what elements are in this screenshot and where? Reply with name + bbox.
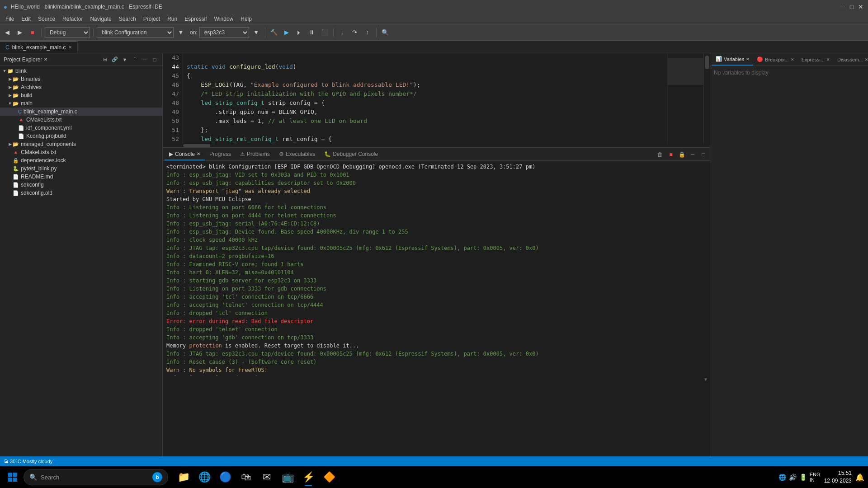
- tree-kconfig[interactable]: 📄 Kconfig.projbuild: [0, 132, 162, 140]
- panel-minimize-btn[interactable]: ─: [688, 150, 697, 159]
- tree-pytest[interactable]: 🐍 pytest_blink.py: [0, 164, 162, 173]
- menu-window[interactable]: Window: [211, 15, 237, 23]
- console-output[interactable]: <terminated> blink Configuration [ESP-ID…: [163, 161, 710, 376]
- menu-file[interactable]: File: [2, 15, 18, 23]
- panel-tab-problems[interactable]: ⚠ Problems: [236, 149, 274, 160]
- tree-sdkconfig[interactable]: 📄 sdkconfig: [0, 181, 162, 189]
- toolbar-stop-btn[interactable]: ■: [27, 27, 38, 38]
- toolbar-forward-btn[interactable]: ▶: [14, 27, 25, 38]
- start-button[interactable]: [4, 468, 22, 486]
- menu-help[interactable]: Help: [237, 15, 255, 23]
- panel-stop-btn[interactable]: ■: [666, 150, 675, 159]
- panel-tab-progress[interactable]: Progress: [205, 149, 236, 160]
- menu-source[interactable]: Source: [34, 15, 59, 23]
- taskbar-app6[interactable]: 📺: [278, 467, 297, 487]
- tree-managed-components[interactable]: ▶ 📂 managed_components: [0, 140, 162, 148]
- tree-build[interactable]: ▶ 📂 build: [0, 91, 162, 99]
- toolbar-config-btn[interactable]: ▼: [175, 27, 186, 38]
- tray-network-icon[interactable]: 🌐: [778, 474, 786, 481]
- taskbar-search[interactable]: 🔍 Search b: [24, 469, 168, 485]
- tree-root-blink[interactable]: ▼ 📁 blink: [0, 67, 162, 75]
- console-tab-close[interactable]: ✕: [197, 151, 200, 156]
- right-tab-expressions[interactable]: Expressi... ✕: [798, 54, 834, 66]
- menu-edit[interactable]: Edit: [18, 15, 34, 23]
- toolbar-build-btn[interactable]: 🔨: [269, 27, 279, 38]
- tree-sdkconfig-old[interactable]: 📄 sdkconfig.old: [0, 189, 162, 197]
- right-tab-disassembly[interactable]: Disassem... ✕: [834, 54, 868, 66]
- maximize-button[interactable]: □: [848, 3, 855, 10]
- file-tab-blink-main[interactable]: C blink_example_main.c ✕: [0, 41, 78, 53]
- right-tab-variables[interactable]: 📊 Variables ✕: [712, 54, 753, 66]
- right-tab-breakpoints[interactable]: 🔴 Breakpoi... ✕: [753, 54, 798, 66]
- close-button[interactable]: ✕: [857, 3, 864, 10]
- taskbar-chrome[interactable]: 🔵: [215, 467, 235, 487]
- menu-project[interactable]: Project: [140, 15, 164, 23]
- con-line-18: Info : dropped 'tcl' connection: [166, 309, 706, 317]
- panel-tab-console[interactable]: ▶ Console ✕: [165, 149, 205, 160]
- taskbar-store[interactable]: 🛍: [236, 467, 256, 487]
- filter-btn[interactable]: ▼: [121, 56, 129, 64]
- toolbar-step-return-btn[interactable]: ↑: [362, 27, 373, 38]
- code-content[interactable]: static void configure_led(void) { ESP_LO…: [183, 53, 667, 144]
- toolbar-back-btn[interactable]: ◀: [2, 27, 13, 38]
- tree-cmakelists-root[interactable]: 🔺 CMakeLists.txt: [0, 148, 162, 156]
- taskbar-mail[interactable]: ✉: [257, 467, 277, 487]
- toolbar-debug-run-btn[interactable]: ▶: [281, 27, 292, 38]
- device-dropdown[interactable]: esp32c3: [199, 27, 249, 38]
- code-line-43: [187, 53, 664, 62]
- taskbar-file-explorer[interactable]: 📁: [174, 467, 193, 487]
- toolbar-terminate-btn[interactable]: ⬛: [319, 27, 330, 38]
- clock-display[interactable]: 15:51 12-09-2023: [824, 469, 852, 485]
- minimize-explorer-btn[interactable]: ─: [141, 56, 149, 64]
- panel-tab-executables[interactable]: ⚙ Executables: [274, 149, 320, 160]
- h-scrollbar-thumb[interactable]: [183, 144, 210, 147]
- toolbar-device-btn[interactable]: ▼: [251, 27, 262, 38]
- breakpoints-close[interactable]: ✕: [791, 57, 794, 62]
- panel-clear-btn[interactable]: 🗑: [656, 150, 665, 159]
- menu-search[interactable]: Search: [115, 15, 140, 23]
- blink-config-dropdown[interactable]: blink Configuration: [97, 27, 174, 38]
- taskbar-ide[interactable]: ⚡: [298, 467, 318, 487]
- expressions-close[interactable]: ✕: [826, 57, 830, 62]
- status-left: 🌤 30°C Mostly cloudy: [4, 459, 52, 464]
- link-editor-btn[interactable]: 🔗: [111, 56, 119, 64]
- vertical-scrollbar[interactable]: [703, 53, 710, 144]
- panel-scroll-lock-btn[interactable]: 🔒: [677, 150, 686, 159]
- tree-readme[interactable]: 📄 README.md: [0, 173, 162, 181]
- tray-battery-icon[interactable]: 🔋: [799, 474, 807, 481]
- tree-dependencies[interactable]: 🔒 dependencies.lock: [0, 156, 162, 164]
- tree-blink-main-c[interactable]: C blink_example_main.c: [0, 108, 162, 116]
- menu-navigate[interactable]: Navigate: [86, 15, 115, 23]
- toolbar-step-into-btn[interactable]: ↓: [337, 27, 348, 38]
- panel-maximize-btn[interactable]: □: [699, 150, 708, 159]
- maximize-explorer-btn[interactable]: □: [151, 56, 159, 64]
- toolbar-search-btn[interactable]: 🔍: [380, 27, 391, 38]
- minimize-button[interactable]: ─: [839, 3, 846, 10]
- toolbar-suspend-btn[interactable]: ⏸: [307, 27, 317, 38]
- tree-archives[interactable]: ▶ 📂 Archives: [0, 83, 162, 91]
- taskbar-app8[interactable]: 🔶: [319, 467, 339, 487]
- collapse-all-btn[interactable]: ⊟: [101, 56, 109, 64]
- tree-cmakelists-main[interactable]: 🔺 CMakeLists.txt: [0, 116, 162, 124]
- debug-config-dropdown[interactable]: Debug: [45, 27, 90, 38]
- tray-notification-icon[interactable]: 🔔: [855, 473, 864, 482]
- menu-refactor[interactable]: Refactor: [59, 15, 86, 23]
- explorer-menu-btn[interactable]: ⋮: [131, 56, 139, 64]
- disassembly-close[interactable]: ✕: [865, 57, 868, 62]
- tray-lang[interactable]: ENGIN: [810, 472, 821, 483]
- variables-close[interactable]: ✕: [746, 57, 750, 61]
- tree-main[interactable]: ▼ 📂 main: [0, 99, 162, 108]
- scrollbar-thumb[interactable]: [705, 56, 709, 69]
- menu-espressif[interactable]: Espressif: [181, 15, 210, 23]
- tree-binaries[interactable]: ▶ 📂 Binaries: [0, 75, 162, 83]
- minimap-slider[interactable]: [668, 58, 703, 85]
- toolbar-resume-btn[interactable]: ⏵: [294, 27, 305, 38]
- taskbar-browser[interactable]: 🌐: [194, 467, 214, 487]
- file-tab-close[interactable]: ✕: [68, 45, 72, 50]
- menu-run[interactable]: Run: [164, 15, 181, 23]
- toolbar-step-over-btn[interactable]: ↷: [349, 27, 360, 38]
- tree-idf-component[interactable]: 📄 idf_component.yml: [0, 124, 162, 132]
- panel-tab-debugger-console[interactable]: 🐛 Debugger Console: [320, 149, 382, 160]
- tray-volume-icon[interactable]: 🔊: [789, 474, 797, 481]
- explorer-close-icon[interactable]: ✕: [44, 57, 47, 62]
